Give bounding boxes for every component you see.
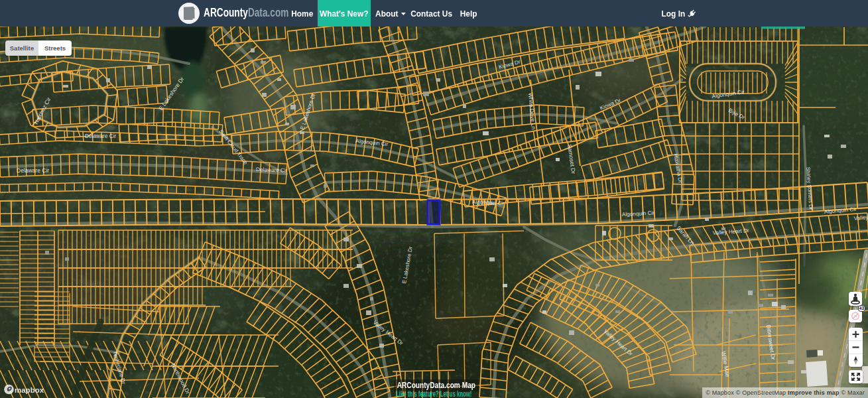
svg-text:Delaware Cir: Delaware Cir [17, 167, 49, 174]
svg-text:Delaware Cir: Delaware Cir [85, 133, 117, 139]
svg-text:Delaware Cir: Delaware Cir [256, 166, 288, 174]
svg-text:mapbox: mapbox [15, 386, 44, 394]
